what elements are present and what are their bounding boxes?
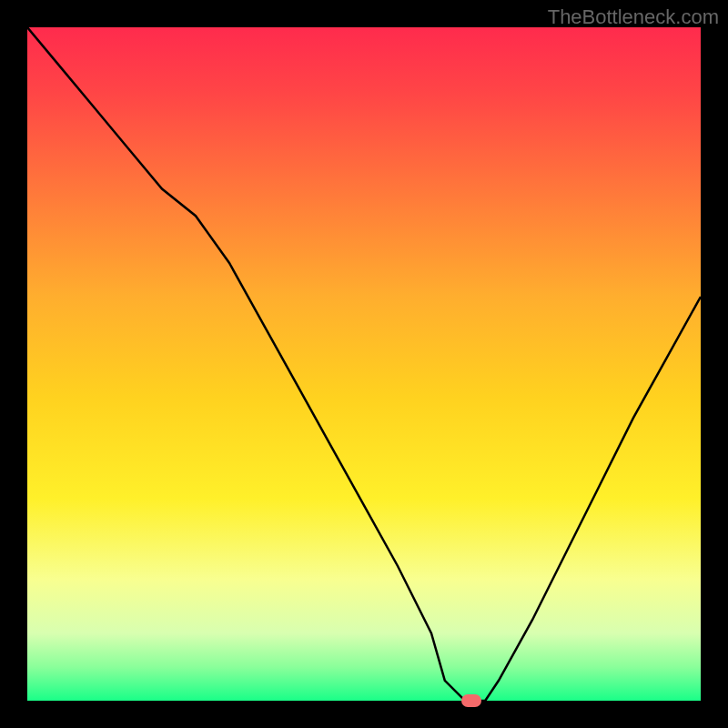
chart-svg: [27, 27, 701, 701]
watermark: TheBottleneck.com: [548, 5, 719, 29]
gradient-background: [27, 27, 701, 701]
optimal-marker: [461, 694, 481, 707]
chart-plot-area: [27, 27, 701, 701]
